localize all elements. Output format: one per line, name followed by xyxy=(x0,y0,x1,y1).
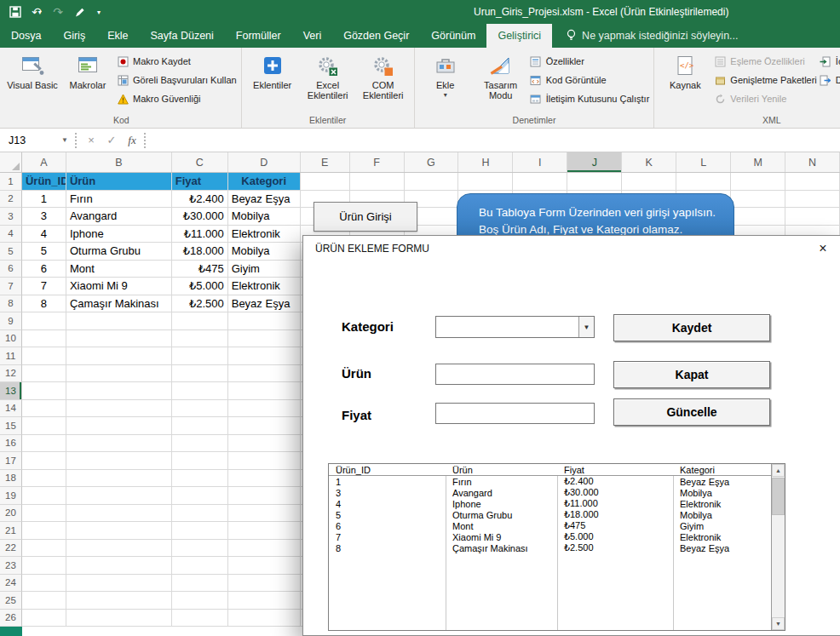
tell-me-box[interactable]: Ne yapmak istediğinizi söyleyin... xyxy=(566,24,738,48)
iletisim-kutusunu-calistir-button[interactable]: İletişim Kutusunu Çalıştır xyxy=(530,92,650,106)
cell-A11[interactable] xyxy=(22,347,66,365)
column-header-N[interactable]: N xyxy=(785,152,840,172)
cell-C10[interactable] xyxy=(172,330,228,348)
cell-F1[interactable] xyxy=(350,173,405,191)
cell-A14[interactable] xyxy=(22,400,66,418)
cell-C11[interactable] xyxy=(172,347,228,365)
cell-C1[interactable]: Fiyat xyxy=(172,173,228,191)
cell-C9[interactable] xyxy=(172,312,228,330)
row-header-6[interactable]: 6 xyxy=(0,261,22,278)
listbox-row-6[interactable]: 7Xiaomi Mi 9₺5.000Elektronik xyxy=(329,531,785,542)
tab-ekle[interactable]: Ekle xyxy=(96,24,139,48)
cell-B26[interactable] xyxy=(66,610,172,627)
cell-D17[interactable] xyxy=(228,452,301,470)
cell-L1[interactable] xyxy=(676,173,731,191)
column-header-C[interactable]: C xyxy=(172,152,228,172)
cell-A5[interactable]: 5 xyxy=(22,243,66,261)
cell-D26[interactable] xyxy=(228,610,301,627)
verileri-yenile-button[interactable]: Verileri Yenile xyxy=(714,92,817,106)
cell-C17[interactable] xyxy=(172,452,228,470)
formula-input[interactable] xyxy=(150,129,840,152)
esleme-ozellikleri-button[interactable]: Eşleme Özellikleri xyxy=(714,54,817,68)
cell-J1[interactable] xyxy=(567,173,622,191)
ozellikler-button[interactable]: Özellikler xyxy=(530,54,650,68)
tab-dosya[interactable]: Dosya xyxy=(0,24,52,48)
cell-B15[interactable] xyxy=(66,417,172,435)
row-header-26[interactable]: 26 xyxy=(0,610,22,627)
column-header-K[interactable]: K xyxy=(622,152,676,172)
makro-kaydet-button[interactable]: Makro Kaydet xyxy=(117,54,237,68)
cell-A10[interactable] xyxy=(22,330,66,348)
cell-N3[interactable] xyxy=(785,208,840,226)
cell-A4[interactable]: 4 xyxy=(22,226,66,244)
excel-eklentileri-button[interactable]: Excel Eklentileri xyxy=(302,49,354,114)
cell-D12[interactable] xyxy=(228,365,301,383)
cell-B5[interactable]: Oturma Grubu xyxy=(66,243,172,261)
row-header-9[interactable]: 9 xyxy=(0,312,22,330)
cell-B21[interactable] xyxy=(66,522,172,540)
redo-icon[interactable]: ↷ xyxy=(49,3,67,21)
cell-C23[interactable] xyxy=(172,557,228,575)
cell-B14[interactable] xyxy=(66,400,172,418)
row-header-15[interactable]: 15 xyxy=(0,417,22,435)
cell-H1[interactable] xyxy=(458,173,513,191)
cell-A8[interactable]: 8 xyxy=(22,295,66,313)
cell-B17[interactable] xyxy=(66,452,172,470)
cell-A12[interactable] xyxy=(22,365,66,383)
makro-guvenligi-button[interactable]: Makro Güvenliği xyxy=(117,92,237,106)
urun-girisi-sheet-button[interactable]: Ürün Girişi xyxy=(314,202,417,232)
cell-B11[interactable] xyxy=(66,347,172,365)
cell-C4[interactable]: ₺11.000 xyxy=(172,226,228,244)
cell-K1[interactable] xyxy=(622,173,676,191)
cell-D10[interactable] xyxy=(228,330,301,348)
tab-formüller[interactable]: Formüller xyxy=(225,24,292,48)
form-title-bar[interactable]: ÜRÜN EKLEME FORMU × xyxy=(303,236,840,261)
cell-D1[interactable]: Kategori xyxy=(228,173,301,191)
cell-C25[interactable] xyxy=(172,592,228,610)
disari-aktar-button[interactable]: Dışarı Aktar xyxy=(820,73,840,87)
cell-A17[interactable] xyxy=(22,452,66,470)
cell-B2[interactable]: Fırın xyxy=(66,191,172,209)
name-box-dropdown-icon[interactable]: ▼ xyxy=(56,136,73,144)
tab-gözden-geçir[interactable]: Gözden Geçir xyxy=(332,24,420,48)
cell-A20[interactable] xyxy=(22,505,66,523)
cell-B9[interactable] xyxy=(66,312,172,330)
cell-B25[interactable] xyxy=(66,592,172,610)
row-header-8[interactable]: 8 xyxy=(0,295,22,313)
cell-A26[interactable] xyxy=(22,610,66,627)
cell-D7[interactable]: Elektronik xyxy=(228,278,301,295)
urun-input[interactable] xyxy=(435,364,595,385)
row-header-19[interactable]: 19 xyxy=(0,487,22,505)
listbox-row-5[interactable]: 6Mont₺475Giyim xyxy=(329,520,785,531)
cell-A15[interactable] xyxy=(22,417,66,435)
cell-A25[interactable] xyxy=(22,592,66,610)
cell-A7[interactable]: 7 xyxy=(22,278,66,295)
cell-C26[interactable] xyxy=(172,610,228,627)
column-header-E[interactable]: E xyxy=(301,152,350,172)
cell-B6[interactable]: Mont xyxy=(66,261,172,278)
cell-A23[interactable] xyxy=(22,557,66,575)
cell-A3[interactable]: 3 xyxy=(22,208,66,226)
cell-A24[interactable] xyxy=(22,575,66,593)
cell-B10[interactable] xyxy=(66,330,172,348)
makrolar-button[interactable]: Makrolar xyxy=(61,49,114,114)
cell-D18[interactable] xyxy=(228,470,301,488)
cell-C2[interactable]: ₺2.400 xyxy=(172,191,228,209)
cell-D11[interactable] xyxy=(228,347,301,365)
insert-function-icon[interactable]: fx xyxy=(122,134,142,147)
column-header-G[interactable]: G xyxy=(405,152,459,172)
cell-B16[interactable] xyxy=(66,435,172,453)
kaynak-button[interactable]: </> Kaynak xyxy=(659,49,711,114)
cell-D15[interactable] xyxy=(228,417,301,435)
select-all-corner[interactable] xyxy=(0,152,22,172)
cell-D8[interactable]: Beyaz Eşya xyxy=(228,295,301,313)
row-header-14[interactable]: 14 xyxy=(0,400,22,418)
goreli-basvurulari-button[interactable]: Göreli Başvuruları Kullan xyxy=(117,73,237,87)
cell-C20[interactable] xyxy=(172,505,228,523)
form-close-icon[interactable]: × xyxy=(813,238,833,259)
cell-A1[interactable]: Ürün_ID xyxy=(22,173,66,191)
column-header-B[interactable]: B xyxy=(66,152,172,172)
cell-D22[interactable] xyxy=(228,540,301,558)
cell-D21[interactable] xyxy=(228,522,301,540)
cell-B18[interactable] xyxy=(66,470,172,488)
